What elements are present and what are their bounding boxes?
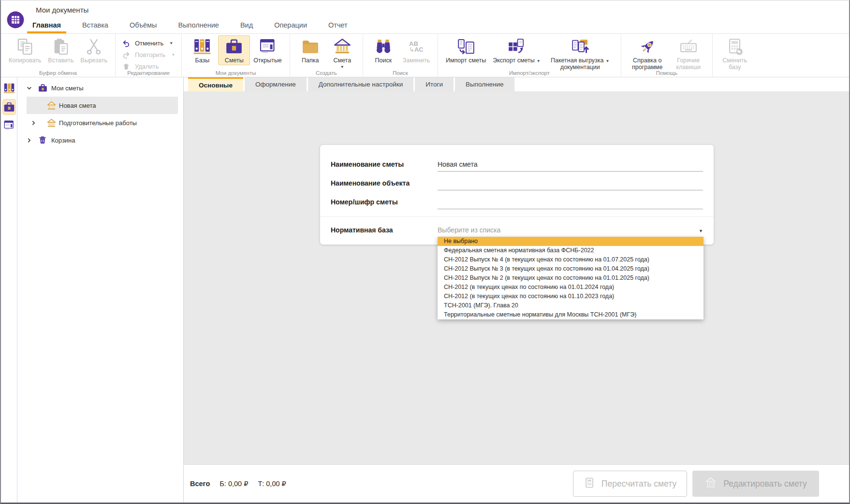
import-estimate-label: Импорт сметы [446,57,486,64]
ribbon-tab-bar: Главная Вставка Объёмы Выполнение Вид Оп… [27,19,364,33]
tab-osnovnye[interactable]: Основные [188,77,243,91]
rail-bases-button[interactable] [2,82,16,95]
ribbon-tab-otchet[interactable]: Отчет [323,19,353,33]
rail-estimates-button[interactable] [2,99,16,115]
undo-label: Отменить [135,40,163,47]
left-rail [1,77,17,503]
tab-itogi[interactable]: Итоги [415,77,454,91]
group-label-clipboard: Буфер обмена [1,70,115,76]
paste-label: Вставить [48,57,73,64]
replace-label: Заменить [403,57,430,64]
redo-button[interactable]: Повторить ▼ [120,50,177,60]
estimates-button[interactable]: Сметы [218,35,250,65]
search-label: Поиск [375,57,392,64]
edit-estimate-button[interactable]: Редактировать смету [692,471,819,497]
dropdown-option-not-selected[interactable]: Не выбрано [438,237,703,246]
change-base-button[interactable]: Сменить базу [717,35,753,72]
rail-open-docs-button[interactable] [2,119,16,132]
total-label: Всего [190,480,210,488]
ribbon-tab-operacii[interactable]: Операции [269,19,312,33]
ribbon-tab-glavnaya[interactable]: Главная [27,19,66,33]
dropdown-option[interactable]: СН-2012 Выпуск № 4 (в текущих ценах по с… [438,255,703,264]
edit-estimate-label: Редактировать смету [723,479,807,489]
group-label-my-documents: Мои документы [182,70,290,76]
export-estimate-label: Экспорт сметы▼ [493,57,540,64]
tree-item-preparatory-works[interactable]: Подготовительные работы [17,114,183,131]
estimate-number-input[interactable] [438,199,703,209]
tab-oformlenie[interactable]: Оформление [245,77,307,91]
tree-panel: Мои сметы Новая смета Подготовительные р… [17,77,184,503]
recalculate-label: Пересчитать смету [601,479,676,489]
cut-button[interactable]: Вырезать [77,35,111,65]
copy-button[interactable]: Копировать [5,35,44,65]
new-estimate-dropdown-arrow[interactable]: ▼ [340,65,344,69]
batch-export-button[interactable]: Пакетная выгрузка▼документации [544,35,616,72]
chevron-right-icon[interactable] [27,138,32,143]
bases-button[interactable]: Базы [186,35,218,65]
toolbar: Копировать Вставить Вырезать Буфер обмен… [1,34,849,77]
ribbon-tab-vypolnenie[interactable]: Выполнение [173,19,224,33]
redo-dropdown-arrow[interactable]: ▼ [171,53,175,57]
tab-dop-nastroyki[interactable]: Дополнительные настройки [308,77,414,91]
tree-item-my-estimates[interactable]: Мои сметы [17,79,183,97]
copy-icon [15,37,35,57]
toolbar-group-change-base: Сменить базу [712,34,757,77]
dropdown-option[interactable]: СН-2012 (в текущих ценах по состоянию на… [438,292,703,301]
new-folder-button[interactable]: Папка [294,35,326,65]
paste-icon [51,37,71,57]
ribbon-tab-vid[interactable]: Вид [235,19,258,33]
select-chevron-down-icon: ▼ [699,229,703,234]
object-name-input[interactable] [438,180,703,190]
search-button[interactable]: Поиск [367,35,399,65]
chevron-right-icon[interactable] [31,120,36,126]
content-area: Наименование сметы Новая смета Наименова… [184,91,849,464]
toolbar-group-editing: Отменить ▼ Повторить ▼ Удалить Р [115,34,181,77]
app-logo-icon [6,11,25,29]
briefcase-icon [224,37,244,57]
batch-export-icon [571,37,590,57]
open-docs-button[interactable]: Открытые [250,35,285,65]
tree-item-new-estimate[interactable]: Новая смета [17,97,183,114]
dropdown-option[interactable]: СН-2012 Выпуск № 2 (в текущих ценах по с… [438,274,703,283]
batch-export-dropdown-arrow[interactable]: ▼ [606,59,610,63]
new-estimate-button[interactable]: Смета ▼ [326,35,358,71]
about-button[interactable]: Справка о программе [626,35,669,72]
import-estimate-button[interactable]: Импорт сметы [442,35,489,65]
rocket-icon [638,37,657,57]
body: Мои сметы Новая смета Подготовительные р… [1,77,849,503]
toolbar-group-clipboard: Копировать Вставить Вырезать Буфер обмен… [1,34,115,77]
dropdown-option[interactable]: Территориальные сметные нормативы для Мо… [438,310,703,319]
export-estimate-button[interactable]: Экспорт сметы▼ [489,35,543,65]
ribbon-tab-obyomy[interactable]: Объёмы [124,19,162,33]
paste-button[interactable]: Вставить [44,35,77,65]
document-tab-bar: Основные Оформление Дополнительные настр… [184,77,849,91]
toolbar-group-search: Поиск AB↳AC Заменить Поиск [363,34,438,77]
tree-item-recycle-bin[interactable]: Корзина [17,131,183,149]
object-name-label: Наименование объекта [331,179,438,190]
hotkeys-button[interactable]: Горячие клавиши [669,35,708,72]
export-dropdown-arrow[interactable]: ▼ [537,59,541,63]
briefcase-icon [38,83,48,93]
batch-export-label: Пакетная выгрузка▼документации [551,57,610,71]
chevron-down-icon[interactable] [27,86,32,91]
ribbon-tab-vstavka[interactable]: Вставка [77,19,114,33]
dropdown-option[interactable]: ТСН-2001 (МГЭ). Глава 20 [438,301,703,310]
open-docs-icon [258,37,278,57]
replace-button[interactable]: AB↳AC Заменить [399,35,433,65]
undo-dropdown-arrow[interactable]: ▼ [169,41,173,45]
card-divider [320,216,714,217]
recalculate-estimate-button[interactable]: Пересчитать смету [573,471,687,497]
toolbar-group-create: Папка Смета ▼ Создать [290,34,363,77]
group-label-create: Создать [290,70,363,76]
estimate-name-label: Наименование сметы [331,160,438,172]
import-icon [456,37,476,57]
estimate-name-input[interactable]: Новая смета [438,160,703,172]
calculator-icon [584,477,595,491]
dropdown-option[interactable]: СН-2012 (в текущих ценах по состоянию на… [438,283,703,292]
tab-vypolnenie[interactable]: Выполнение [455,77,514,91]
dropdown-option[interactable]: Федеральная сметная нормативная база ФСН… [438,246,703,255]
new-folder-label: Папка [302,57,319,64]
normative-base-select[interactable]: Выберите из списка ▼ [438,226,703,237]
dropdown-option[interactable]: СН-2012 Выпуск № 3 (в текущих ценах по с… [438,264,703,274]
undo-button[interactable]: Отменить ▼ [120,38,177,48]
